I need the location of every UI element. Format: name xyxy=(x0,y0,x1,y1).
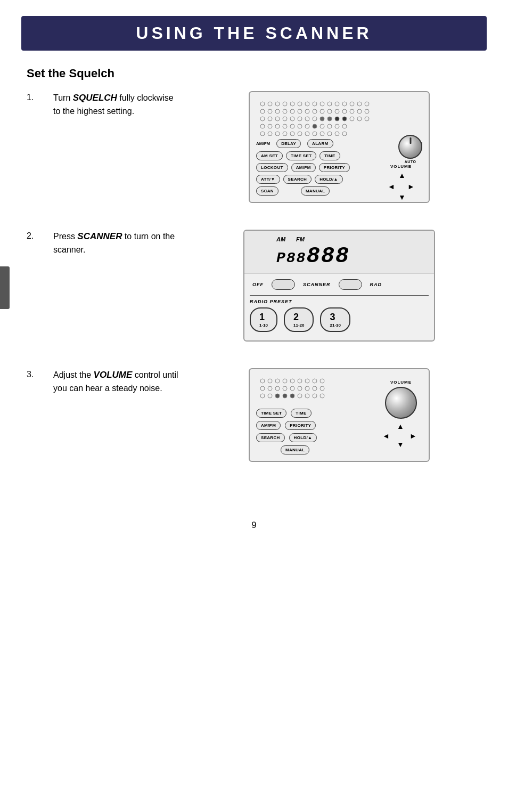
alarm-btn: ALARM xyxy=(307,139,333,148)
svg-point-11 xyxy=(342,102,347,106)
svg-point-42 xyxy=(350,117,354,121)
volume-area: VOLUME ▲ ▼ ◄ ► xyxy=(380,164,422,205)
display-labels: AM FM xyxy=(276,236,426,242)
svg-point-15 xyxy=(260,109,265,113)
volume-knob-area-3: VOLUME ▲ ▼ ◄ ► xyxy=(380,380,422,450)
svg-point-34 xyxy=(290,117,294,121)
svg-point-82 xyxy=(260,386,265,391)
svg-point-83 xyxy=(268,386,272,391)
search-btn: SEARCH xyxy=(283,175,312,184)
p3-time-set-btn: TIME SET xyxy=(256,409,286,418)
left-tab xyxy=(0,266,10,309)
svg-point-26 xyxy=(342,109,347,113)
panel-2: AM FM P88888 OFF SCANNER xyxy=(243,230,435,342)
svg-point-5 xyxy=(298,102,302,106)
display-text: P88888 xyxy=(276,243,426,269)
step-3: 3. Adjust the VOLUME control until you c… xyxy=(27,368,481,462)
svg-point-18 xyxy=(283,109,287,113)
volume-arrows-3: ▲ ▼ ◄ ► xyxy=(380,421,422,448)
svg-point-33 xyxy=(283,117,287,121)
lockout-btn: LOCKOUT xyxy=(256,163,288,172)
svg-point-63 xyxy=(305,132,309,136)
step-3-keyword: VOLUME xyxy=(94,370,133,380)
control-row: OFF SCANNER RAD xyxy=(244,274,434,295)
svg-point-75 xyxy=(275,379,280,383)
svg-point-67 xyxy=(335,132,339,136)
step-1-number: 1. xyxy=(27,91,53,102)
button-row-2: LOCKOUT AM/PM PRIORITY xyxy=(256,163,372,172)
svg-point-28 xyxy=(357,109,362,113)
svg-point-78 xyxy=(298,379,302,383)
radio-preset-section: RADIO PRESET 1 1-10 2 11-20 xyxy=(250,295,429,335)
p3-button-row-1: TIME SET TIME xyxy=(256,409,369,418)
svg-point-94 xyxy=(283,394,287,398)
svg-point-16 xyxy=(268,109,272,113)
am-label: AM xyxy=(276,236,285,242)
svg-point-12 xyxy=(350,102,354,106)
svg-point-57 xyxy=(260,132,265,136)
svg-point-46 xyxy=(268,124,272,128)
svg-point-24 xyxy=(327,109,332,113)
svg-point-87 xyxy=(298,386,302,391)
svg-point-38 xyxy=(320,117,324,121)
svg-text:▼: ▼ xyxy=(397,440,404,448)
scanner-btn xyxy=(339,279,362,290)
step-2-image: AM FM P88888 OFF SCANNER xyxy=(197,230,481,342)
svg-point-68 xyxy=(342,132,347,136)
svg-point-84 xyxy=(275,386,280,391)
amfm-label: AM/FM xyxy=(256,141,270,146)
page-number: 9 xyxy=(0,521,508,530)
svg-point-77 xyxy=(290,379,294,383)
svg-text:◄: ◄ xyxy=(388,182,395,191)
svg-point-90 xyxy=(320,386,324,391)
svg-point-64 xyxy=(313,132,317,136)
svg-point-47 xyxy=(275,124,280,128)
svg-point-13 xyxy=(357,102,362,106)
svg-point-3 xyxy=(283,102,287,106)
svg-point-98 xyxy=(313,394,317,398)
step-2-text: Press SCANNER to turn on the scanner. xyxy=(53,230,181,256)
step-3-image: VOLUME ▲ ▼ ◄ ► xyxy=(197,368,481,462)
svg-point-14 xyxy=(365,102,369,106)
svg-point-89 xyxy=(313,386,317,391)
svg-point-27 xyxy=(350,109,354,113)
svg-point-29 xyxy=(365,109,369,113)
squelch-knob-area: AUTO xyxy=(398,135,422,164)
ampm-btn: AM/PM xyxy=(291,163,316,172)
svg-point-2 xyxy=(275,102,280,106)
svg-point-81 xyxy=(320,379,324,383)
svg-point-50 xyxy=(298,124,302,128)
time-btn: TIME xyxy=(319,151,340,160)
off-label: OFF xyxy=(252,282,264,287)
svg-point-31 xyxy=(268,117,272,121)
step-1-text: Turn SQUELCH fully clockwise to the high… xyxy=(53,91,181,118)
scan-btn: SCAN xyxy=(256,186,278,196)
svg-point-59 xyxy=(275,132,280,136)
led-display-3 xyxy=(256,376,373,403)
page-title: USING THE SCANNER xyxy=(37,23,471,43)
svg-point-92 xyxy=(268,394,272,398)
svg-point-88 xyxy=(305,386,309,391)
p3-manual-btn: MANUAL xyxy=(281,445,309,454)
svg-point-1 xyxy=(268,102,272,106)
svg-point-36 xyxy=(305,117,309,121)
svg-point-48 xyxy=(283,124,287,128)
panel-1: AM/FM DELAY ALARM SQUELCH AUTO xyxy=(249,91,430,203)
svg-point-17 xyxy=(275,109,280,113)
svg-point-6 xyxy=(305,102,309,106)
button-row-1: AM SET TIME SET TIME xyxy=(256,151,372,160)
svg-point-73 xyxy=(260,379,265,383)
rad-label: RAD xyxy=(370,282,382,287)
preset-1: 1 1-10 xyxy=(250,307,277,332)
svg-point-19 xyxy=(290,109,294,113)
p3-button-row-3: SEARCH HOLD/▲ xyxy=(256,433,369,442)
svg-point-51 xyxy=(305,124,309,128)
button-row-3: ATT/▼ SEARCH HOLD/▲ xyxy=(256,175,372,184)
svg-point-8 xyxy=(320,102,324,106)
svg-point-74 xyxy=(268,379,272,383)
svg-point-41 xyxy=(342,117,347,121)
svg-point-54 xyxy=(327,124,332,128)
svg-point-32 xyxy=(275,117,280,121)
preset-buttons: 1 1-10 2 11-20 3 21-30 xyxy=(250,307,429,332)
step-1-keyword: SQUELCH xyxy=(73,93,117,103)
